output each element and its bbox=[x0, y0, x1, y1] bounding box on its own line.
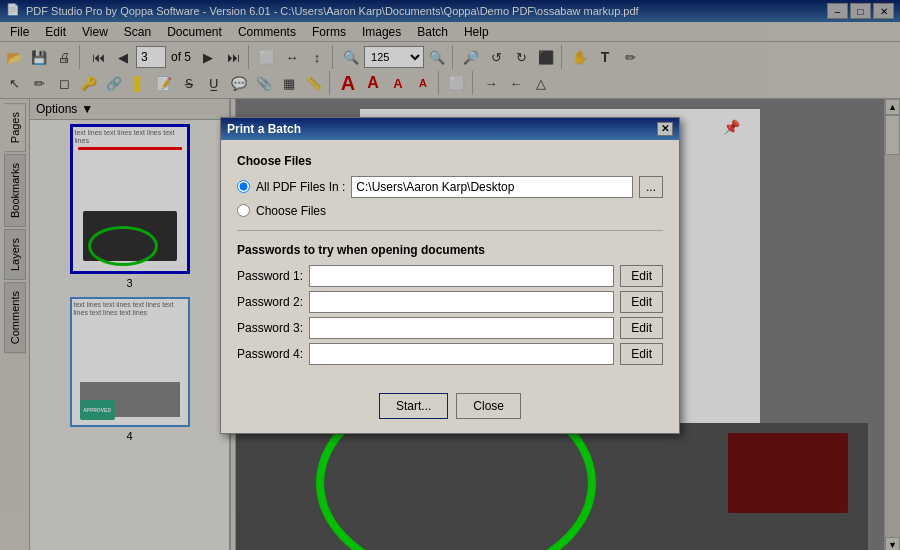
dialog-title: Print a Batch bbox=[227, 122, 301, 136]
dialog-titlebar: Print a Batch ✕ bbox=[221, 118, 679, 140]
print-batch-dialog: Print a Batch ✕ Choose Files All PDF Fil… bbox=[220, 117, 680, 434]
password-4-label: Password 4: bbox=[237, 347, 303, 361]
dialog-body: Choose Files All PDF Files In : ... Choo… bbox=[221, 140, 679, 383]
password-4-input[interactable] bbox=[309, 343, 614, 365]
dialog-overlay: Print a Batch ✕ Choose Files All PDF Fil… bbox=[0, 0, 900, 550]
password-2-edit-button[interactable]: Edit bbox=[620, 291, 663, 313]
password-3-row: Password 3: Edit bbox=[237, 317, 663, 339]
passwords-section-title: Passwords to try when opening documents bbox=[237, 243, 663, 257]
password-4-row: Password 4: Edit bbox=[237, 343, 663, 365]
dialog-footer: Start... Close bbox=[221, 383, 679, 433]
radio-row-all-pdf: All PDF Files In : ... bbox=[237, 176, 663, 198]
password-3-label: Password 3: bbox=[237, 321, 303, 335]
radio-row-choose-files: Choose Files bbox=[237, 204, 663, 218]
section-divider bbox=[237, 230, 663, 231]
dialog-close-button[interactable]: ✕ bbox=[657, 122, 673, 136]
password-1-edit-button[interactable]: Edit bbox=[620, 265, 663, 287]
start-button[interactable]: Start... bbox=[379, 393, 448, 419]
radio-all-pdf-files[interactable] bbox=[237, 180, 250, 193]
password-2-input[interactable] bbox=[309, 291, 614, 313]
radio-choose-files-label: Choose Files bbox=[256, 204, 326, 218]
browse-button[interactable]: ... bbox=[639, 176, 663, 198]
close-dialog-button[interactable]: Close bbox=[456, 393, 521, 419]
password-1-label: Password 1: bbox=[237, 269, 303, 283]
choose-files-section-title: Choose Files bbox=[237, 154, 663, 168]
radio-all-pdf-label: All PDF Files In : bbox=[256, 180, 345, 194]
radio-choose-files[interactable] bbox=[237, 204, 250, 217]
password-3-input[interactable] bbox=[309, 317, 614, 339]
password-3-edit-button[interactable]: Edit bbox=[620, 317, 663, 339]
password-2-row: Password 2: Edit bbox=[237, 291, 663, 313]
password-1-row: Password 1: Edit bbox=[237, 265, 663, 287]
password-1-input[interactable] bbox=[309, 265, 614, 287]
password-4-edit-button[interactable]: Edit bbox=[620, 343, 663, 365]
path-input[interactable] bbox=[351, 176, 633, 198]
password-2-label: Password 2: bbox=[237, 295, 303, 309]
